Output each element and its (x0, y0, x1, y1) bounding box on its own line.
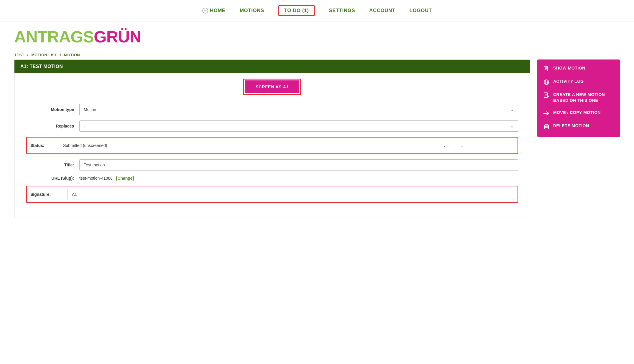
replaces-select-wrapper: - ⌄ (79, 120, 518, 132)
breadcrumb-sep1: / (27, 53, 28, 57)
nav-home[interactable]: + HOME (202, 8, 226, 14)
nav-todo[interactable]: TO DO (1) (278, 5, 315, 16)
show-motion-label: SHOW MOTION (553, 65, 585, 71)
motion-type-row: Motion type Motion ⌄ (26, 104, 518, 115)
nav-home-label: HOME (210, 8, 226, 14)
replaces-label: Replaces (26, 124, 79, 128)
screen-as-a1-button[interactable]: SCREEN AS A1 (245, 80, 299, 93)
globe-icon (543, 79, 550, 85)
breadcrumb-motion-list[interactable]: MOTION LIST (31, 53, 57, 57)
url-value-wrap: test-motion-41088 [Change] (79, 176, 518, 181)
nav-account[interactable]: ACCOUNT (369, 8, 395, 14)
title-input[interactable] (79, 159, 518, 171)
main-layout: A1: TEST MOTION SCREEN AS A1 Motion type… (0, 59, 634, 218)
sidebar-item-delete[interactable]: DELETE MOTION (543, 123, 614, 130)
nav-motions[interactable]: MOTIONS (240, 8, 264, 14)
url-label: URL (Slug): (26, 176, 79, 181)
status-extra-input[interactable] (455, 140, 514, 151)
breadcrumb-test[interactable]: TEST (14, 53, 24, 57)
logo-section: ANTRAGSGRÜN (0, 21, 634, 48)
motion-card: A1: TEST MOTION SCREEN AS A1 Motion type… (14, 59, 530, 218)
title-row: Title: (26, 159, 518, 171)
motion-type-field: Motion ⌄ (79, 104, 518, 115)
activity-log-label: ACTIVITY LOG (553, 79, 584, 85)
breadcrumb-motion[interactable]: MOTION (64, 53, 80, 57)
replaces-row: Replaces - ⌄ (26, 120, 518, 132)
signature-row: Signature: (26, 186, 518, 203)
breadcrumb-sep2: / (60, 53, 61, 57)
plus-icon: + (202, 8, 208, 14)
sidebar-item-activity-log[interactable]: ACTIVITY LOG (543, 79, 614, 85)
url-change-link[interactable]: [Change] (116, 176, 134, 181)
sidebar-item-create-new[interactable]: CREATE A NEW MOTION BASED ON THIS ONE (543, 92, 614, 103)
motion-type-select-wrapper: Motion ⌄ (79, 104, 518, 115)
motion-type-label: Motion type (26, 107, 79, 112)
move-copy-label: MOVE / COPY MOTION (553, 110, 601, 116)
card-header: A1: TEST MOTION (14, 60, 530, 73)
nav-logout[interactable]: LOGOUT (410, 8, 432, 14)
status-select-wrapper: Submitted (unscreened) ⌄ (59, 140, 450, 151)
arrow-right-icon (543, 110, 550, 117)
breadcrumb: TEST / MOTION LIST / MOTION (0, 48, 634, 59)
url-row: URL (Slug): test-motion-41088 [Change] (26, 176, 518, 181)
signature-label: Signature: (30, 192, 63, 197)
sidebar-item-show-motion[interactable]: SHOW MOTION (543, 65, 614, 72)
title-label: Title: (26, 163, 79, 167)
document-icon (543, 66, 550, 72)
logo-part3: N (129, 27, 141, 46)
status-inner-wrapper: Submitted (unscreened) ⌄ (59, 140, 450, 151)
delete-motion-label: DELETE MOTION (553, 123, 589, 129)
screen-btn-wrapper: SCREEN AS A1 (26, 80, 518, 93)
replaces-select[interactable]: - (79, 120, 518, 132)
status-row: Status: Submitted (unscreened) ⌄ (26, 137, 518, 154)
url-value: test-motion-41088 (79, 176, 113, 181)
title-field-wrap (79, 159, 518, 171)
motion-type-select[interactable]: Motion (79, 104, 518, 115)
document-plus-icon (543, 92, 550, 99)
logo: ANTRAGSGRÜN (14, 29, 620, 45)
signature-input[interactable] (68, 189, 514, 200)
status-select[interactable]: Submitted (unscreened) (59, 140, 450, 151)
logo-part2: GR (94, 27, 118, 46)
logo-umlaut: Ü (118, 27, 129, 46)
trash-icon (543, 123, 550, 130)
logo-part1: ANTRAGS (14, 27, 94, 46)
sidebar-panel: SHOW MOTION ACTIVITY LOG (537, 59, 620, 137)
replaces-field: - ⌄ (79, 120, 518, 132)
nav-settings[interactable]: SETTINGS (329, 8, 355, 14)
card-body: SCREEN AS A1 Motion type Motion ⌄ Replac… (14, 73, 530, 218)
sidebar-item-move-copy[interactable]: MOVE / COPY MOTION (543, 110, 614, 117)
top-navigation: + HOME MOTIONS TO DO (1) SETTINGS ACCOUN… (0, 0, 634, 21)
status-label: Status: (30, 143, 54, 148)
create-new-label: CREATE A NEW MOTION BASED ON THIS ONE (553, 92, 614, 103)
